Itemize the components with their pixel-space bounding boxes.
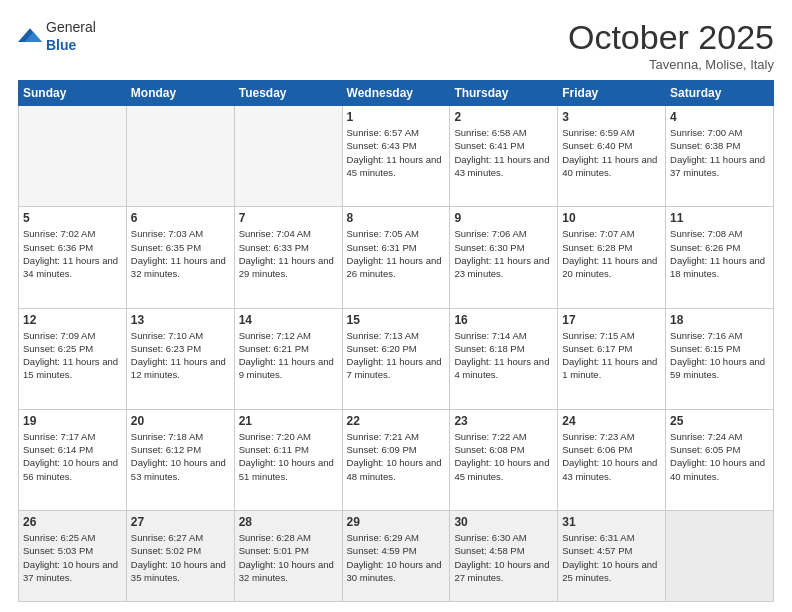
- day-info: Sunrise: 7:10 AMSunset: 6:23 PMDaylight:…: [131, 329, 230, 382]
- day-number: 21: [239, 414, 338, 428]
- day-info: Sunrise: 7:03 AMSunset: 6:35 PMDaylight:…: [131, 227, 230, 280]
- day-number: 17: [562, 313, 661, 327]
- day-info: Sunrise: 7:07 AMSunset: 6:28 PMDaylight:…: [562, 227, 661, 280]
- day-info: Sunrise: 7:15 AMSunset: 6:17 PMDaylight:…: [562, 329, 661, 382]
- day-info: Sunrise: 7:24 AMSunset: 6:05 PMDaylight:…: [670, 430, 769, 483]
- calendar-cell: 26Sunrise: 6:25 AMSunset: 5:03 PMDayligh…: [19, 511, 127, 602]
- calendar-cell: 7Sunrise: 7:04 AMSunset: 6:33 PMDaylight…: [234, 207, 342, 308]
- page: General Blue October 2025 Tavenna, Molis…: [0, 0, 792, 612]
- calendar-cell: 6Sunrise: 7:03 AMSunset: 6:35 PMDaylight…: [126, 207, 234, 308]
- day-number: 15: [347, 313, 446, 327]
- day-info: Sunrise: 7:22 AMSunset: 6:08 PMDaylight:…: [454, 430, 553, 483]
- calendar-cell: 19Sunrise: 7:17 AMSunset: 6:14 PMDayligh…: [19, 409, 127, 510]
- calendar-cell: 12Sunrise: 7:09 AMSunset: 6:25 PMDayligh…: [19, 308, 127, 409]
- day-header: Monday: [126, 81, 234, 106]
- day-info: Sunrise: 7:02 AMSunset: 6:36 PMDaylight:…: [23, 227, 122, 280]
- calendar-cell: 9Sunrise: 7:06 AMSunset: 6:30 PMDaylight…: [450, 207, 558, 308]
- calendar-cell: 22Sunrise: 7:21 AMSunset: 6:09 PMDayligh…: [342, 409, 450, 510]
- calendar-cell: 30Sunrise: 6:30 AMSunset: 4:58 PMDayligh…: [450, 511, 558, 602]
- day-info: Sunrise: 6:30 AMSunset: 4:58 PMDaylight:…: [454, 531, 553, 584]
- header: General Blue October 2025 Tavenna, Molis…: [18, 18, 774, 72]
- title-block: October 2025 Tavenna, Molise, Italy: [568, 18, 774, 72]
- day-info: Sunrise: 6:31 AMSunset: 4:57 PMDaylight:…: [562, 531, 661, 584]
- day-info: Sunrise: 6:59 AMSunset: 6:40 PMDaylight:…: [562, 126, 661, 179]
- day-number: 14: [239, 313, 338, 327]
- day-number: 22: [347, 414, 446, 428]
- day-info: Sunrise: 7:17 AMSunset: 6:14 PMDaylight:…: [23, 430, 122, 483]
- day-number: 6: [131, 211, 230, 225]
- calendar-cell: 15Sunrise: 7:13 AMSunset: 6:20 PMDayligh…: [342, 308, 450, 409]
- calendar-cell: 10Sunrise: 7:07 AMSunset: 6:28 PMDayligh…: [558, 207, 666, 308]
- day-info: Sunrise: 6:25 AMSunset: 5:03 PMDaylight:…: [23, 531, 122, 584]
- calendar-cell: 29Sunrise: 6:29 AMSunset: 4:59 PMDayligh…: [342, 511, 450, 602]
- day-info: Sunrise: 7:05 AMSunset: 6:31 PMDaylight:…: [347, 227, 446, 280]
- day-number: 26: [23, 515, 122, 529]
- calendar-cell: 18Sunrise: 7:16 AMSunset: 6:15 PMDayligh…: [666, 308, 774, 409]
- calendar-cell: 14Sunrise: 7:12 AMSunset: 6:21 PMDayligh…: [234, 308, 342, 409]
- calendar-cell: 21Sunrise: 7:20 AMSunset: 6:11 PMDayligh…: [234, 409, 342, 510]
- day-header: Wednesday: [342, 81, 450, 106]
- calendar-cell: 31Sunrise: 6:31 AMSunset: 4:57 PMDayligh…: [558, 511, 666, 602]
- day-info: Sunrise: 6:29 AMSunset: 4:59 PMDaylight:…: [347, 531, 446, 584]
- day-number: 4: [670, 110, 769, 124]
- day-info: Sunrise: 7:12 AMSunset: 6:21 PMDaylight:…: [239, 329, 338, 382]
- day-info: Sunrise: 7:21 AMSunset: 6:09 PMDaylight:…: [347, 430, 446, 483]
- day-info: Sunrise: 7:06 AMSunset: 6:30 PMDaylight:…: [454, 227, 553, 280]
- day-info: Sunrise: 6:57 AMSunset: 6:43 PMDaylight:…: [347, 126, 446, 179]
- day-number: 29: [347, 515, 446, 529]
- day-info: Sunrise: 7:14 AMSunset: 6:18 PMDaylight:…: [454, 329, 553, 382]
- calendar-cell: [234, 106, 342, 207]
- day-number: 27: [131, 515, 230, 529]
- calendar-cell: 5Sunrise: 7:02 AMSunset: 6:36 PMDaylight…: [19, 207, 127, 308]
- calendar-cell: 20Sunrise: 7:18 AMSunset: 6:12 PMDayligh…: [126, 409, 234, 510]
- day-number: 19: [23, 414, 122, 428]
- calendar-cell: 13Sunrise: 7:10 AMSunset: 6:23 PMDayligh…: [126, 308, 234, 409]
- calendar-cell: 8Sunrise: 7:05 AMSunset: 6:31 PMDaylight…: [342, 207, 450, 308]
- calendar-cell: 28Sunrise: 6:28 AMSunset: 5:01 PMDayligh…: [234, 511, 342, 602]
- calendar-cell: [126, 106, 234, 207]
- calendar-cell: 2Sunrise: 6:58 AMSunset: 6:41 PMDaylight…: [450, 106, 558, 207]
- day-number: 30: [454, 515, 553, 529]
- calendar-cell: 27Sunrise: 6:27 AMSunset: 5:02 PMDayligh…: [126, 511, 234, 602]
- day-number: 10: [562, 211, 661, 225]
- logo-icon: [18, 26, 42, 46]
- week-row: 5Sunrise: 7:02 AMSunset: 6:36 PMDaylight…: [19, 207, 774, 308]
- day-info: Sunrise: 7:16 AMSunset: 6:15 PMDaylight:…: [670, 329, 769, 382]
- calendar-cell: 1Sunrise: 6:57 AMSunset: 6:43 PMDaylight…: [342, 106, 450, 207]
- main-title: October 2025: [568, 18, 774, 57]
- day-number: 7: [239, 211, 338, 225]
- day-info: Sunrise: 6:58 AMSunset: 6:41 PMDaylight:…: [454, 126, 553, 179]
- day-info: Sunrise: 7:23 AMSunset: 6:06 PMDaylight:…: [562, 430, 661, 483]
- day-info: Sunrise: 7:00 AMSunset: 6:38 PMDaylight:…: [670, 126, 769, 179]
- day-number: 5: [23, 211, 122, 225]
- logo: General Blue: [18, 18, 96, 54]
- calendar-cell: [666, 511, 774, 602]
- day-number: 28: [239, 515, 338, 529]
- day-info: Sunrise: 7:18 AMSunset: 6:12 PMDaylight:…: [131, 430, 230, 483]
- logo-blue: Blue: [46, 37, 76, 53]
- day-number: 12: [23, 313, 122, 327]
- calendar-cell: 16Sunrise: 7:14 AMSunset: 6:18 PMDayligh…: [450, 308, 558, 409]
- day-header: Thursday: [450, 81, 558, 106]
- calendar-cell: 25Sunrise: 7:24 AMSunset: 6:05 PMDayligh…: [666, 409, 774, 510]
- day-header: Tuesday: [234, 81, 342, 106]
- day-header: Sunday: [19, 81, 127, 106]
- day-header: Saturday: [666, 81, 774, 106]
- day-number: 23: [454, 414, 553, 428]
- calendar-cell: 4Sunrise: 7:00 AMSunset: 6:38 PMDaylight…: [666, 106, 774, 207]
- day-number: 20: [131, 414, 230, 428]
- calendar-cell: 24Sunrise: 7:23 AMSunset: 6:06 PMDayligh…: [558, 409, 666, 510]
- header-row: SundayMondayTuesdayWednesdayThursdayFrid…: [19, 81, 774, 106]
- week-row: 19Sunrise: 7:17 AMSunset: 6:14 PMDayligh…: [19, 409, 774, 510]
- day-number: 1: [347, 110, 446, 124]
- subtitle: Tavenna, Molise, Italy: [568, 57, 774, 72]
- day-info: Sunrise: 6:27 AMSunset: 5:02 PMDaylight:…: [131, 531, 230, 584]
- day-number: 9: [454, 211, 553, 225]
- day-number: 8: [347, 211, 446, 225]
- calendar-table: SundayMondayTuesdayWednesdayThursdayFrid…: [18, 80, 774, 602]
- day-number: 24: [562, 414, 661, 428]
- calendar-cell: 11Sunrise: 7:08 AMSunset: 6:26 PMDayligh…: [666, 207, 774, 308]
- day-number: 2: [454, 110, 553, 124]
- day-number: 18: [670, 313, 769, 327]
- day-header: Friday: [558, 81, 666, 106]
